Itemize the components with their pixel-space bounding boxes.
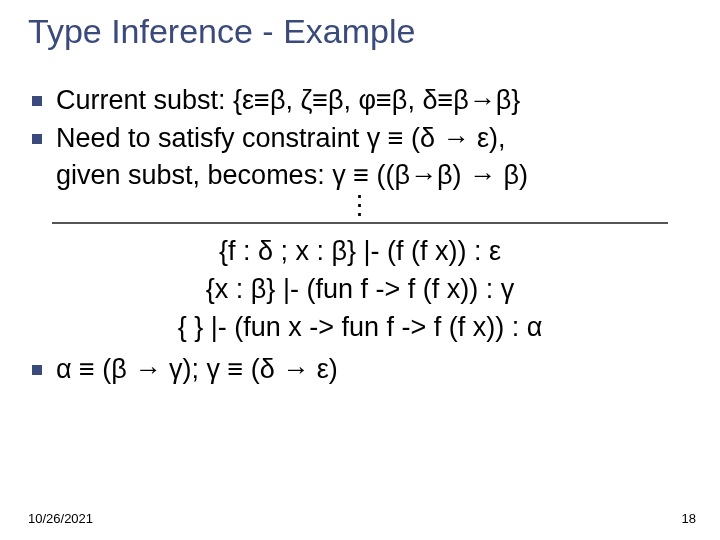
derivation-line-3: { } |- (fun x -> fun f -> f (f x)) : α xyxy=(32,308,688,346)
bullet-text-line2: given subst, becomes: γ ≡ ((β→β) → β) xyxy=(56,160,528,190)
derivation-line-2: {x : β} |- (fun f -> f (f x)) : γ xyxy=(32,270,688,308)
inference-rule-line xyxy=(52,222,668,224)
footer-date: 10/26/2021 xyxy=(28,511,93,526)
derivation-block: {f : δ ; x : β} |- (f (f x)) : ε {x : β}… xyxy=(32,232,688,347)
constraints-text: α ≡ (β → γ); γ ≡ (δ → ε) xyxy=(56,351,688,387)
square-bullet-icon xyxy=(32,134,42,144)
slide: Type Inference - Example Current subst: … xyxy=(0,0,720,540)
derivation-line-1: {f : δ ; x : β} |- (f (f x)) : ε xyxy=(32,232,688,270)
bullet-text: Current subst: {ε≡β, ζ≡β, φ≡β, δ≡β→β} xyxy=(56,82,688,118)
square-bullet-icon xyxy=(32,365,42,375)
vertical-dots-icon: ⋮ xyxy=(32,193,688,217)
slide-body: Current subst: {ε≡β, ζ≡β, φ≡β, δ≡β→β} Ne… xyxy=(32,82,688,387)
slide-title: Type Inference - Example xyxy=(28,12,415,51)
bullet-text: Need to satisfy constraint γ ≡ (δ → ε), … xyxy=(56,120,688,193)
bullet-item-3: α ≡ (β → γ); γ ≡ (δ → ε) xyxy=(32,351,688,387)
bullet-text-line1: Need to satisfy constraint γ ≡ (δ → ε), xyxy=(56,123,505,153)
bullet-item-2: Need to satisfy constraint γ ≡ (δ → ε), … xyxy=(32,120,688,193)
bullet-item-1: Current subst: {ε≡β, ζ≡β, φ≡β, δ≡β→β} xyxy=(32,82,688,118)
footer-page-number: 18 xyxy=(682,511,696,526)
square-bullet-icon xyxy=(32,96,42,106)
